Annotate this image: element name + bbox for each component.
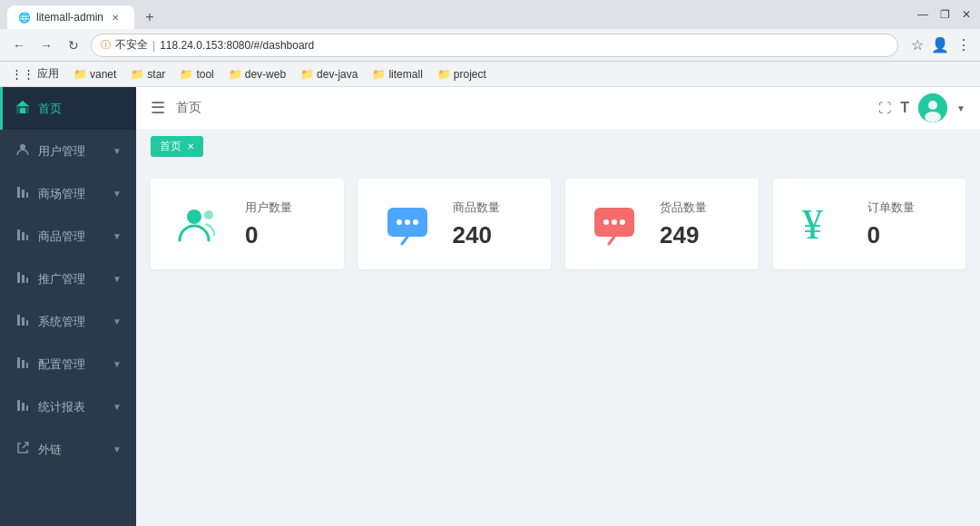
security-icon: ⓘ: [101, 38, 111, 52]
sidebar-item-stats[interactable]: 统计报表 ▼: [0, 385, 136, 428]
bookmark-tool-label: tool: [196, 68, 213, 81]
promo-icon: [15, 270, 31, 287]
svg-point-30: [413, 219, 418, 225]
forward-button[interactable]: →: [36, 35, 56, 55]
svg-rect-9: [17, 272, 20, 283]
users-label: 用户数量: [245, 200, 292, 216]
svg-point-33: [612, 219, 617, 225]
bookmark-devjava-label: dev-java: [317, 68, 358, 81]
menu-toggle-button[interactable]: ☰: [151, 98, 165, 118]
url-input[interactable]: ⓘ 不安全 | 118.24.0.153:8080/#/dashboard: [91, 34, 898, 57]
bookmark-litemall[interactable]: 📁 litemall: [368, 66, 426, 83]
orders-stat-icon: ¥: [795, 197, 849, 251]
bookmark-devweb[interactable]: 📁 dev-web: [225, 66, 289, 83]
fullscreen-icon[interactable]: ⛶: [878, 101, 891, 115]
address-bar: ← → ↻ ⓘ 不安全 | 118.24.0.153:8080/#/dashbo…: [0, 29, 980, 62]
svg-point-24: [925, 112, 941, 122]
svg-text:¥: ¥: [802, 201, 823, 248]
bookmark-vanet[interactable]: 📁 vanet: [70, 66, 120, 83]
stat-card-goods: 商品数量 240: [358, 179, 552, 269]
svg-rect-4: [22, 190, 24, 198]
svg-point-29: [405, 219, 410, 225]
svg-point-32: [603, 219, 609, 225]
svg-rect-15: [17, 357, 20, 368]
svg-line-21: [23, 443, 28, 448]
stat-card-users: 用户数量 0: [151, 179, 344, 269]
tab-title: litemall-admin: [36, 11, 103, 24]
bookmark-apps-label: 应用: [37, 66, 59, 82]
tab-close-button[interactable]: ✕: [109, 11, 122, 24]
goods-stat-icon: [380, 197, 435, 251]
stat-card-products: 货品数量 249: [565, 179, 759, 269]
bookmark-tool[interactable]: 📁 tool: [176, 66, 217, 83]
stats-expand-icon: ▼: [113, 402, 122, 412]
config-icon: [15, 356, 31, 373]
sidebar-user-label: 用户管理: [38, 143, 105, 160]
svg-rect-6: [17, 229, 20, 240]
reload-button[interactable]: ↻: [64, 35, 83, 55]
restore-button[interactable]: ❐: [938, 8, 951, 21]
profile-icon[interactable]: 👤: [931, 36, 949, 54]
svg-point-34: [620, 219, 625, 225]
bookmark-project-label: project: [454, 68, 486, 81]
sidebar-item-home[interactable]: 首页: [0, 87, 136, 130]
svg-rect-14: [26, 320, 28, 326]
back-button[interactable]: ←: [9, 35, 29, 55]
goods-label: 商品数量: [453, 200, 500, 216]
url-protocol: 不安全: [115, 37, 148, 53]
bookmark-project[interactable]: 📁 project: [434, 66, 490, 83]
home-page-tab[interactable]: 首页 ✕: [151, 136, 203, 157]
mall-icon: [15, 185, 31, 202]
bookmark-star-icon[interactable]: ☆: [911, 36, 924, 54]
main-content: ☰ 首页 ⛶ T ▼ 首页 ✕: [136, 87, 980, 526]
products-stat-icon: [587, 197, 642, 251]
sidebar-item-config[interactable]: 配置管理 ▼: [0, 343, 136, 385]
orders-label: 订单数量: [867, 200, 915, 216]
sidebar: 首页 用户管理 ▼ 商场管理 ▼: [0, 87, 136, 526]
close-button[interactable]: ✕: [960, 8, 973, 21]
bookmark-devjava[interactable]: 📁 dev-java: [297, 66, 361, 83]
svg-point-25: [187, 209, 201, 224]
sidebar-item-system[interactable]: 系统管理 ▼: [0, 300, 136, 343]
top-bar-right: ⛶ T ▼: [878, 93, 965, 122]
goods-value: 240: [453, 221, 500, 249]
external-expand-icon: ▼: [113, 444, 122, 454]
svg-rect-8: [26, 235, 28, 240]
menu-icon[interactable]: ⋮: [956, 36, 971, 54]
address-bar-icons: ☆ 👤 ⋮: [911, 36, 971, 54]
top-bar: ☰ 首页 ⛶ T ▼: [136, 87, 980, 129]
external-icon: [15, 441, 31, 458]
users-value: 0: [245, 221, 292, 249]
bookmark-apps[interactable]: ⋮⋮ 应用: [7, 64, 63, 83]
promo-expand-icon: ▼: [113, 274, 122, 284]
active-tab[interactable]: 🌐 litemall-admin ✕: [7, 5, 134, 29]
font-size-icon[interactable]: T: [900, 100, 909, 116]
mall-expand-icon: ▼: [113, 189, 122, 199]
sidebar-stats-label: 统计报表: [38, 399, 105, 415]
system-icon: [15, 313, 31, 330]
bookmark-vanet-label: vanet: [90, 68, 116, 81]
sidebar-item-mall[interactable]: 商场管理 ▼: [0, 172, 136, 215]
stat-card-orders: ¥ 订单数量 0: [773, 179, 966, 269]
svg-rect-12: [17, 315, 20, 326]
sidebar-home-label: 首页: [38, 101, 122, 117]
sidebar-item-goods[interactable]: 商品管理 ▼: [0, 215, 136, 258]
svg-rect-7: [22, 232, 24, 240]
sidebar-item-external[interactable]: 外链 ▼: [0, 428, 136, 471]
user-dropdown-icon[interactable]: ▼: [956, 103, 965, 113]
url-separator: |: [152, 39, 155, 52]
sidebar-item-user[interactable]: 用户管理 ▼: [0, 130, 136, 172]
svg-rect-1: [20, 108, 25, 113]
user-avatar[interactable]: [918, 93, 947, 122]
home-tab-close[interactable]: ✕: [187, 141, 194, 151]
sidebar-item-promo[interactable]: 推广管理 ▼: [0, 258, 136, 300]
new-tab-button[interactable]: +: [138, 5, 162, 29]
bookmark-star[interactable]: 📁 star: [127, 66, 169, 83]
minimize-button[interactable]: —: [916, 8, 929, 21]
svg-rect-10: [22, 275, 24, 283]
page-tabs: 首页 ✕: [136, 129, 980, 164]
users-icon: [172, 197, 227, 251]
orders-value: 0: [867, 221, 915, 249]
home-tab-label: 首页: [160, 139, 181, 154]
app-layout: 首页 用户管理 ▼ 商场管理 ▼: [0, 87, 980, 526]
